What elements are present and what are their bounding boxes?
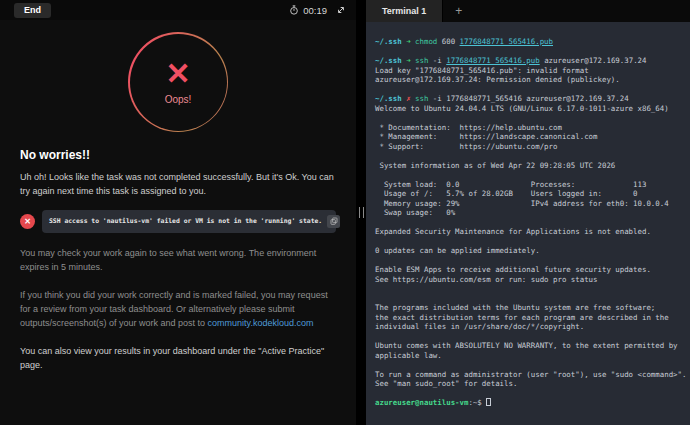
terminal-line: Expanded Security Maintenance for Applic… xyxy=(375,227,686,237)
result-intro: Uh oh! Looks like the task was not compl… xyxy=(20,171,336,199)
panel-resize-handle[interactable] xyxy=(356,0,366,425)
end-button[interactable]: End xyxy=(14,3,51,18)
terminal-line: Welcome to Ubuntu 24.04.4 LTS (GNU/Linux… xyxy=(375,104,686,114)
result-content: ✕ Oops! No worries!! Uh oh! Looks like t… xyxy=(0,20,356,425)
terminal-line: the exact distribution terms for each pr… xyxy=(375,313,686,323)
terminal-cursor xyxy=(486,398,491,406)
terminal-header: Terminal 1 + xyxy=(366,0,690,22)
terminal-line xyxy=(375,284,686,294)
terminal-line xyxy=(375,360,686,370)
terminal-line: Ubuntu comes with ABSOLUTELY NO WARRANTY… xyxy=(375,341,686,351)
terminal-line: Swap usage: 0% xyxy=(375,208,686,218)
terminal-line xyxy=(375,237,686,247)
fullscreen-icon[interactable] xyxy=(336,5,346,15)
error-badge-icon: ✕ xyxy=(20,214,35,229)
terminal-line: 0 updates can be applied immediately. xyxy=(375,246,686,256)
terminal-line: Enable ESM Apps to receive additional fu… xyxy=(375,265,686,275)
error-circle: ✕ Oops! xyxy=(128,32,228,132)
terminal-line: applicable law. xyxy=(375,351,686,361)
result-heading: No worries!! xyxy=(20,148,336,162)
terminal-line xyxy=(375,170,686,180)
terminal-line xyxy=(375,218,686,228)
terminal-line: System information as of Wed Apr 22 09:2… xyxy=(375,161,686,171)
error-row: ✕ SSH access to 'nautilus-vm' failed or … xyxy=(20,210,336,233)
terminal-line: * Management: https://landscape.canonica… xyxy=(375,132,686,142)
resize-grip-icon xyxy=(359,207,364,218)
terminal-line: To run a command as administrator (user … xyxy=(375,370,686,380)
terminal-line: The programs included with the Ubuntu sy… xyxy=(375,303,686,313)
note-review: If you think you did your work correctly… xyxy=(20,289,336,331)
terminal-line xyxy=(375,294,686,304)
terminal-line xyxy=(375,85,686,95)
left-topbar: End 00:19 xyxy=(0,0,356,20)
copy-icon[interactable] xyxy=(327,215,340,228)
app-window: End 00:19 ✕ Oop xyxy=(0,0,690,425)
terminal-line: Usage of /: 5.7% of 28.02GB Users logged… xyxy=(375,189,686,199)
terminal-line xyxy=(375,47,686,57)
terminal-panel: Terminal 1 + ~/.ssh ➜ chmod 600 17768487… xyxy=(366,0,690,425)
result-panel: End 00:19 ✕ Oop xyxy=(0,0,356,425)
terminal-line: ~/.ssh ➜ ssh -i 1776848771_565416.pub az… xyxy=(375,56,686,66)
note-dashboard: You can also view your results in your d… xyxy=(20,345,336,373)
error-message-box: SSH access to 'nautilus-vm' failed or VM… xyxy=(42,210,336,233)
community-link[interactable]: community.kodekloud.com xyxy=(208,318,314,328)
terminal-line: System load: 0.0 Processes: 113 xyxy=(375,180,686,190)
terminal-line: See https://ubuntu.com/esm or run: sudo … xyxy=(375,275,686,285)
terminal-line xyxy=(375,151,686,161)
terminal-line: ~/.ssh ✗ ssh -i 1776848771_565416 azureu… xyxy=(375,94,686,104)
terminal-line: azureuser@172.169.37.24: Permission deni… xyxy=(375,75,686,85)
oops-label: Oops! xyxy=(165,94,192,105)
terminal-line: individual files in /usr/share/doc/*/cop… xyxy=(375,322,686,332)
terminal-line: Memory usage: 29% IPv4 address for eth0:… xyxy=(375,199,686,209)
terminal-line: * Support: https://ubuntu.com/pro xyxy=(375,142,686,152)
error-message-text: SSH access to 'nautilus-vm' failed or VM… xyxy=(49,217,322,225)
terminal-line: Load key "1776848771_565416.pub": invali… xyxy=(375,66,686,76)
terminal-line xyxy=(375,389,686,399)
timer-value: 00:19 xyxy=(303,5,327,16)
note-check-work: You may check your work again to see wha… xyxy=(20,247,336,275)
terminal-line xyxy=(375,113,686,123)
tab-terminal-1[interactable]: Terminal 1 xyxy=(366,0,443,22)
session-timer: 00:19 xyxy=(289,5,327,16)
terminal-line xyxy=(375,332,686,342)
terminal-line: * Documentation: https://help.ubuntu.com xyxy=(375,123,686,133)
terminal-line: See "man sudo_root" for details. xyxy=(375,379,686,389)
new-tab-button[interactable]: + xyxy=(443,4,474,18)
terminal-line: azureuser@nautilus-vm:~$ xyxy=(375,398,686,408)
terminal-line: ~/.ssh ➜ chmod 600 1776848771_565416.pub xyxy=(375,37,686,47)
stopwatch-icon xyxy=(289,5,299,15)
error-x-icon: ✕ xyxy=(165,59,190,89)
error-circle-inner: ✕ Oops! xyxy=(130,34,227,131)
terminal-output[interactable]: ~/.ssh ➜ chmod 600 1776848771_565416.pub… xyxy=(366,22,690,425)
terminal-line xyxy=(375,256,686,266)
